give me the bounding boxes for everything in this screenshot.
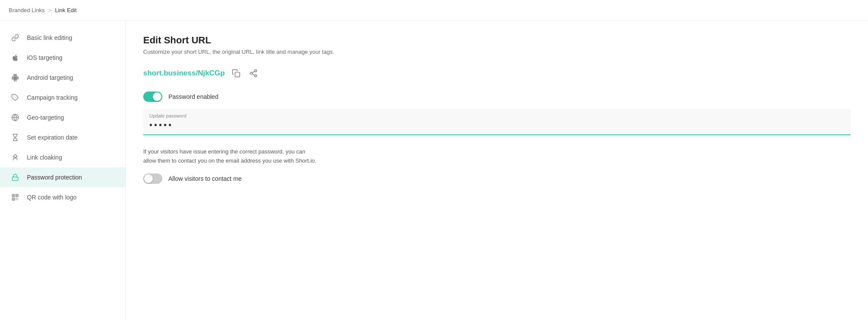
sidebar-label-ios-targeting: iOS targeting — [27, 54, 62, 61]
apple-icon — [10, 53, 20, 62]
password-enabled-toggle[interactable] — [143, 91, 162, 102]
svg-rect-9 — [16, 195, 17, 196]
contact-enabled-toggle[interactable] — [143, 173, 162, 184]
sidebar-item-basic-link-editing[interactable]: Basic link editing — [0, 28, 125, 48]
contact-toggle-label: Allow visitors to contact me — [168, 175, 242, 182]
breadcrumb-current: Link Edit — [55, 7, 77, 13]
breadcrumb-separator: > — [48, 7, 52, 13]
svg-rect-10 — [13, 199, 14, 199]
password-toggle-row: Password enabled — [143, 91, 851, 102]
copy-button[interactable] — [230, 67, 242, 79]
qr-icon — [10, 193, 20, 202]
android-icon — [10, 73, 20, 82]
layout: Basic link editing iOS targeting Android… — [0, 21, 868, 320]
svg-rect-20 — [235, 72, 240, 77]
password-input-group: Update password — [143, 109, 851, 135]
breadcrumb-parent[interactable]: Branded Links — [9, 7, 45, 13]
sidebar-label-geo-targeting: Geo-targeting — [27, 114, 64, 121]
share-button[interactable] — [247, 67, 260, 79]
sidebar-item-ios-targeting[interactable]: iOS targeting — [0, 48, 125, 68]
sidebar-label-link-cloaking: Link cloaking — [27, 154, 62, 161]
sidebar-item-password-protection[interactable]: Password protection — [0, 167, 125, 187]
sidebar-item-link-cloaking[interactable]: Link cloaking — [0, 147, 125, 167]
link-icon — [10, 33, 20, 42]
svg-line-24 — [252, 74, 255, 75]
sidebar-item-set-expiration-date[interactable]: Set expiration date — [0, 127, 125, 147]
page-subtitle: Customize your short URL, the original U… — [143, 49, 851, 55]
hourglass-icon — [10, 133, 20, 142]
svg-line-25 — [252, 71, 255, 72]
info-text-line2: allow them to contact you on the email a… — [143, 157, 316, 164]
contact-toggle-row: Allow visitors to contact me — [143, 173, 851, 184]
sidebar-item-qr-code-with-logo[interactable]: QR code with logo — [0, 187, 125, 207]
globe-icon — [10, 113, 20, 122]
sidebar-label-password-protection: Password protection — [27, 174, 82, 181]
short-url[interactable]: short.business/NjkCGp — [143, 69, 225, 78]
breadcrumb: Branded Links > Link Edit — [0, 0, 868, 21]
sidebar-label-basic-link-editing: Basic link editing — [27, 34, 72, 41]
password-field-label: Update password — [149, 113, 845, 118]
password-input[interactable] — [149, 120, 845, 130]
sidebar-label-set-expiration-date: Set expiration date — [27, 134, 78, 141]
svg-rect-8 — [13, 195, 14, 196]
sidebar-label-qr-code-with-logo: QR code with logo — [27, 194, 76, 201]
tag-icon — [10, 93, 20, 102]
info-text-line1: If your visitors have issue entering the… — [143, 148, 306, 155]
svg-point-3 — [14, 155, 16, 157]
url-display: short.business/NjkCGp — [143, 67, 851, 79]
lock-icon — [10, 173, 20, 182]
spy-icon — [10, 153, 20, 162]
main-content: Edit Short URL Customize your short URL,… — [126, 21, 868, 320]
info-text: If your visitors have issue entering the… — [143, 147, 386, 166]
sidebar-label-android-targeting: Android targeting — [27, 74, 73, 81]
password-toggle-label: Password enabled — [168, 93, 218, 100]
sidebar-item-android-targeting[interactable]: Android targeting — [0, 68, 125, 88]
svg-rect-4 — [12, 177, 18, 180]
sidebar-item-geo-targeting[interactable]: Geo-targeting — [0, 108, 125, 127]
page-title: Edit Short URL — [143, 35, 851, 46]
sidebar-item-campaign-tracking[interactable]: Campaign tracking — [0, 88, 125, 108]
sidebar: Basic link editing iOS targeting Android… — [0, 21, 126, 320]
sidebar-label-campaign-tracking: Campaign tracking — [27, 94, 78, 101]
